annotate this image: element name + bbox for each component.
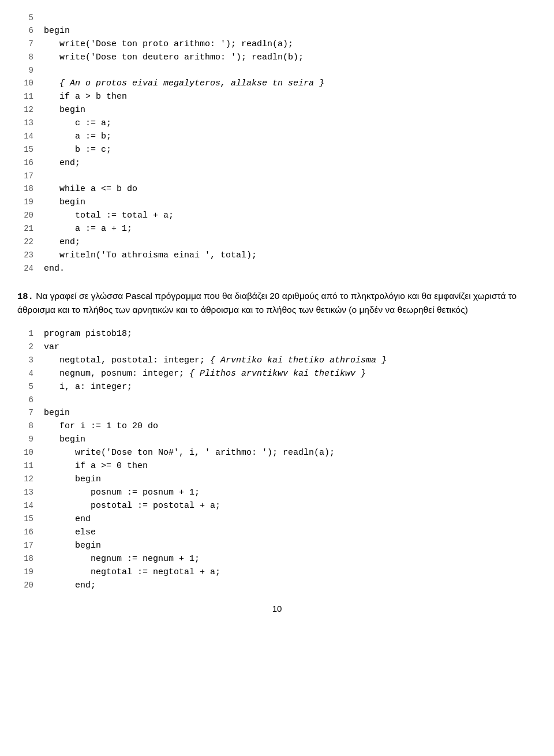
line-content: writeln('To athroisma einai ', total); — [44, 249, 257, 262]
code-line: 5 — [17, 12, 537, 24]
code-line: 6 — [17, 394, 537, 406]
code-line: 9 begin — [17, 433, 537, 446]
code-line: 15 b := c; — [17, 143, 537, 156]
line-content: a := a + 1; — [44, 223, 132, 235]
line-content: negnum, posnum: integer; { Plithos arvnt… — [44, 368, 366, 380]
line-number: 14 — [17, 130, 33, 143]
code-line: 14 postotal := postotal + a; — [17, 499, 537, 512]
code-line: 7begin — [17, 406, 537, 420]
line-number: 4 — [17, 367, 33, 380]
line-number: 17 — [17, 170, 33, 182]
code-line: 1program pistob18; — [17, 327, 537, 340]
line-content: begin — [44, 473, 101, 486]
line-number: 23 — [17, 249, 33, 261]
line-content: end; — [44, 157, 80, 170]
problem-number: 18. — [17, 291, 33, 302]
code-line: 6begin — [17, 24, 537, 38]
code-line: 5 i, a: integer; — [17, 380, 537, 394]
line-content: total := total + a; — [44, 209, 174, 222]
problem-text: Να γραφεί σε γλώσσα Pascal πρόγραμμα που… — [17, 291, 516, 315]
line-number: 8 — [17, 51, 33, 63]
line-number: 19 — [17, 196, 33, 208]
line-number: 11 — [17, 90, 33, 103]
code-line: 10 write('Dose ton No#', i, ' arithmo: '… — [17, 446, 537, 459]
line-number: 16 — [17, 526, 33, 538]
code-line: 24end. — [17, 262, 537, 275]
code-line: 8 write('Dose ton deutero arithmo: '); r… — [17, 51, 537, 64]
line-number: 5 — [17, 12, 33, 24]
line-content: begin — [44, 104, 85, 117]
line-number: 6 — [17, 24, 33, 37]
line-content: postotal := postotal + a; — [44, 500, 220, 512]
line-number: 24 — [17, 262, 33, 275]
line-number: 12 — [17, 473, 33, 485]
line-content: negtotal := negtotal + a; — [44, 566, 220, 579]
code-line: 8 for i := 1 to 20 do — [17, 420, 537, 433]
line-content: begin — [44, 433, 85, 446]
code-line: 16 end; — [17, 156, 537, 170]
line-number: 7 — [17, 406, 33, 419]
line-number: 12 — [17, 103, 33, 116]
line-number: 10 — [17, 446, 33, 459]
line-content: end; — [44, 579, 96, 592]
line-number: 22 — [17, 235, 33, 248]
code-line: 18 while a <= b do — [17, 182, 537, 196]
line-content: write('Dose ton No#', i, ' arithmo: '); … — [44, 447, 335, 459]
line-content: if a >= 0 then — [44, 460, 148, 473]
line-number: 6 — [17, 394, 33, 406]
line-content: end; — [44, 236, 80, 249]
line-content: write('Dose ton deutero arithmo: '); rea… — [44, 51, 304, 64]
code-line: 12 begin — [17, 103, 537, 117]
problem-18-description: 18. Να γραφεί σε γλώσσα Pascal πρόγραμμα… — [17, 289, 537, 317]
line-number: 5 — [17, 380, 33, 393]
line-content: end. — [44, 263, 65, 275]
line-content: b := c; — [44, 144, 111, 156]
code-line: 22 end; — [17, 235, 537, 249]
line-content: negnum := negnum + 1; — [44, 553, 200, 566]
line-number: 14 — [17, 499, 33, 512]
line-content: a := b; — [44, 130, 111, 143]
code-line: 11 if a >= 0 then — [17, 459, 537, 473]
line-content: for i := 1 to 20 do — [44, 420, 158, 433]
page-number: 10 — [17, 604, 537, 613]
line-number: 15 — [17, 143, 33, 156]
code-line: 19 negtotal := negtotal + a; — [17, 566, 537, 579]
line-number: 7 — [17, 38, 33, 50]
code-line: 13 c := a; — [17, 117, 537, 130]
code-line: 7 write('Dose ton proto arithmo: '); rea… — [17, 38, 537, 51]
code-line: 20 end; — [17, 579, 537, 592]
code-section-1: 56begin7 write('Dose ton proto arithmo: … — [17, 12, 537, 275]
code-line: 2var — [17, 340, 537, 354]
code-line: 12 begin — [17, 473, 537, 486]
line-content: i, a: integer; — [44, 381, 132, 394]
line-number: 16 — [17, 156, 33, 169]
line-number: 17 — [17, 539, 33, 552]
line-number: 20 — [17, 209, 33, 222]
line-content: end — [44, 513, 91, 526]
line-number: 2 — [17, 340, 33, 353]
line-content: else — [44, 526, 96, 539]
line-content: { An o protos eivai megalyteros, allakse… — [44, 77, 324, 90]
line-number: 1 — [17, 327, 33, 340]
code-section-2: 1program pistob18;2var3 negtotal, postot… — [17, 327, 537, 592]
code-line: 21 a := a + 1; — [17, 222, 537, 235]
code-line: 17 — [17, 170, 537, 182]
line-number: 11 — [17, 459, 33, 472]
code-line: 15 end — [17, 512, 537, 526]
code-line: 10 { An o protos eivai megalyteros, alla… — [17, 77, 537, 90]
line-content: negtotal, postotal: integer; { Arvntiko … — [44, 354, 387, 367]
code-line: 4 negnum, posnum: integer; { Plithos arv… — [17, 367, 537, 380]
code-line: 13 posnum := posnum + 1; — [17, 486, 537, 499]
line-content: posnum := posnum + 1; — [44, 486, 200, 499]
line-number: 8 — [17, 420, 33, 432]
line-number: 3 — [17, 354, 33, 366]
line-number: 13 — [17, 486, 33, 499]
line-content: begin — [44, 25, 70, 38]
line-number: 13 — [17, 117, 33, 129]
code-line: 14 a := b; — [17, 130, 537, 143]
line-content: c := a; — [44, 117, 111, 130]
code-line: 23 writeln('To athroisma einai ', total)… — [17, 249, 537, 262]
code-line: 19 begin — [17, 196, 537, 209]
line-number: 10 — [17, 77, 33, 89]
code-line: 9 — [17, 64, 537, 77]
